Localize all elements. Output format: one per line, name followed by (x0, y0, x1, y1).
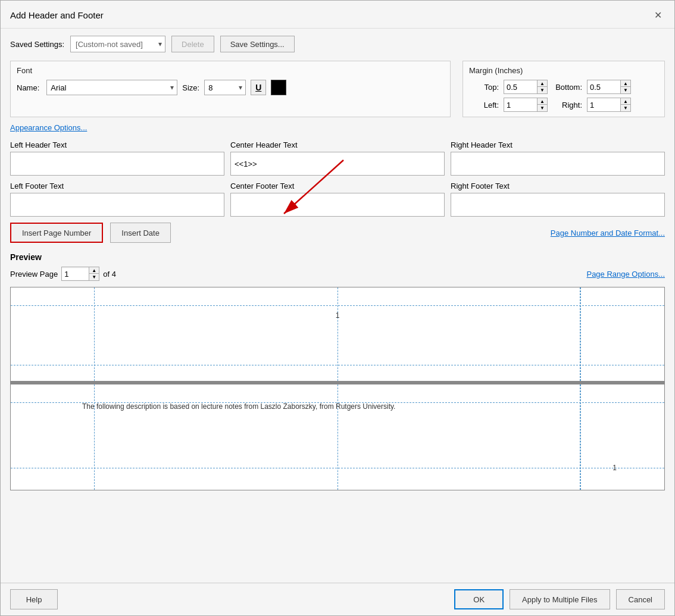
preview-page-bottom: The following description is based on le… (11, 383, 664, 490)
right-spin-down[interactable]: ▼ (621, 105, 630, 111)
left-footer-label: Left Footer Text (10, 182, 224, 190)
top-input[interactable] (504, 80, 537, 93)
center-footer-field: Center Footer Text (230, 182, 445, 217)
underline-button[interactable]: U (251, 80, 266, 95)
margin-grid: Top: ▲ ▼ Bottom: ▲ (469, 80, 658, 112)
preview-page-top: 1 (11, 287, 664, 383)
right-footer-input[interactable] (451, 193, 665, 217)
add-header-footer-dialog: Add Header and Footer ✕ Saved Settings: … (0, 0, 675, 616)
preview-page-spin-up[interactable]: ▲ (89, 267, 99, 274)
preview-page-input[interactable] (62, 268, 89, 280)
insert-page-number-button[interactable]: Insert Page Number (10, 223, 103, 243)
ok-button[interactable]: OK (454, 589, 504, 609)
apply-to-multiple-button[interactable]: Apply to Multiple Files (510, 589, 610, 609)
dashed-v-right (580, 287, 581, 381)
font-size-label: Size: (182, 83, 199, 92)
appearance-options-link[interactable]: Appearance Options... (10, 123, 87, 132)
saved-settings-select[interactable]: [Custom-not saved] (70, 36, 165, 52)
center-header-field: Center Header Text (230, 140, 445, 176)
delete-button[interactable]: Delete (171, 36, 214, 52)
font-margin-row: Font Name: Arial Size: 8 U (10, 61, 665, 117)
top-spin-down[interactable]: ▼ (538, 87, 547, 93)
preview-page-row: Preview Page ▲ ▼ of 4 Page Range Options… (10, 267, 665, 281)
left-label: Left: (469, 101, 499, 110)
center-header-label: Center Header Text (230, 140, 445, 149)
font-section: Font Name: Arial Size: 8 U (10, 61, 451, 117)
right-label: Right: (552, 101, 582, 110)
insert-buttons-row: Insert Page Number Insert Date Page Numb… (10, 223, 665, 243)
color-button[interactable] (271, 80, 286, 95)
font-name-select-wrapper[interactable]: Arial (46, 80, 177, 95)
preview-page-spin-down[interactable]: ▼ (89, 274, 99, 280)
right-footer-field: Right Footer Text (451, 182, 665, 217)
preview-page-label: Preview Page (10, 270, 58, 279)
font-name-label: Name: (17, 83, 39, 92)
footer-fields-grid: Left Footer Text Center Footer Text Righ… (10, 182, 665, 217)
preview-page-input-wrapper: ▲ ▼ (61, 267, 99, 281)
cancel-button[interactable]: Cancel (616, 589, 665, 609)
preview-page-spin-btns: ▲ ▼ (89, 267, 99, 280)
dashed-v-center-b (338, 384, 338, 490)
right-input-wrapper: ▲ ▼ (587, 98, 631, 112)
preview-bottom-page-number: 1 (612, 464, 617, 472)
center-header-input[interactable] (230, 152, 445, 176)
top-label: Top: (469, 83, 499, 92)
font-size-select[interactable]: 8 (204, 80, 246, 95)
font-name-select[interactable]: Arial (46, 80, 177, 95)
left-input[interactable] (504, 98, 537, 111)
bottom-spin-down[interactable]: ▼ (621, 87, 630, 93)
preview-title: Preview (10, 252, 665, 262)
save-settings-button[interactable]: Save Settings... (220, 36, 295, 52)
left-spin-up[interactable]: ▲ (538, 98, 547, 105)
left-header-field: Left Header Text (10, 140, 224, 176)
top-spin-up[interactable]: ▲ (538, 80, 547, 87)
page-range-options-link[interactable]: Page Range Options... (586, 270, 665, 279)
right-spin-up[interactable]: ▲ (621, 98, 630, 105)
left-header-label: Left Header Text (10, 140, 224, 149)
font-row: Name: Arial Size: 8 U (17, 80, 444, 95)
title-bar: Add Header and Footer ✕ (1, 1, 674, 29)
right-footer-label: Right Footer Text (451, 182, 665, 190)
bottom-input-wrapper: ▲ ▼ (587, 80, 631, 94)
dialog-footer: Help OK Apply to Multiple Files Cancel (1, 583, 674, 615)
left-spin-down[interactable]: ▼ (538, 105, 547, 111)
preview-text-line: The following description is based on le… (82, 402, 664, 411)
left-header-input[interactable] (10, 152, 224, 176)
preview-section: Preview Preview Page ▲ ▼ of 4 Page Range… (10, 252, 665, 490)
font-section-title: Font (17, 66, 444, 75)
right-header-input[interactable] (451, 152, 665, 176)
margin-section-title: Margin (Inches) (469, 66, 658, 75)
bottom-spin-up[interactable]: ▲ (621, 80, 630, 87)
center-footer-input[interactable] (230, 193, 445, 217)
dashed-v-right-b (580, 384, 581, 490)
page-number-date-format-link[interactable]: Page Number and Date Format... (551, 229, 665, 237)
margin-section: Margin (Inches) Top: ▲ ▼ Bottom: (462, 61, 665, 117)
dashed-v-left-b (94, 384, 95, 490)
dialog-body: Saved Settings: [Custom-not saved] Delet… (1, 29, 674, 583)
saved-settings-select-wrapper[interactable]: [Custom-not saved] (70, 36, 165, 52)
dashed-lines-overlay-bottom (11, 384, 664, 490)
font-size-select-wrapper[interactable]: 8 (204, 80, 246, 95)
saved-settings-row: Saved Settings: [Custom-not saved] Delet… (10, 36, 665, 52)
header-fields-grid: Left Header Text Center Header Text Righ… (10, 140, 665, 176)
dashed-v-left (94, 287, 95, 381)
close-button[interactable]: ✕ (651, 8, 665, 22)
right-input[interactable] (588, 98, 620, 111)
bottom-spin-btns: ▲ ▼ (620, 80, 630, 93)
right-header-field: Right Header Text (451, 140, 665, 176)
center-footer-label: Center Footer Text (230, 182, 445, 190)
insert-date-button[interactable]: Insert Date (110, 223, 171, 243)
right-spin-btns: ▲ ▼ (620, 98, 630, 111)
bottom-input[interactable] (588, 80, 620, 93)
left-input-wrapper: ▲ ▼ (504, 98, 548, 112)
dialog-title: Add Header and Footer (10, 10, 104, 20)
top-input-wrapper: ▲ ▼ (504, 80, 548, 94)
left-spin-btns: ▲ ▼ (537, 98, 547, 111)
bottom-label: Bottom: (552, 83, 582, 92)
left-footer-input[interactable] (10, 193, 224, 217)
preview-canvas: 1 The following description is based on … (10, 287, 665, 490)
left-footer-field: Left Footer Text (10, 182, 224, 217)
top-spin-btns: ▲ ▼ (537, 80, 547, 93)
preview-of-text: of 4 (103, 270, 116, 279)
help-button[interactable]: Help (10, 589, 58, 609)
